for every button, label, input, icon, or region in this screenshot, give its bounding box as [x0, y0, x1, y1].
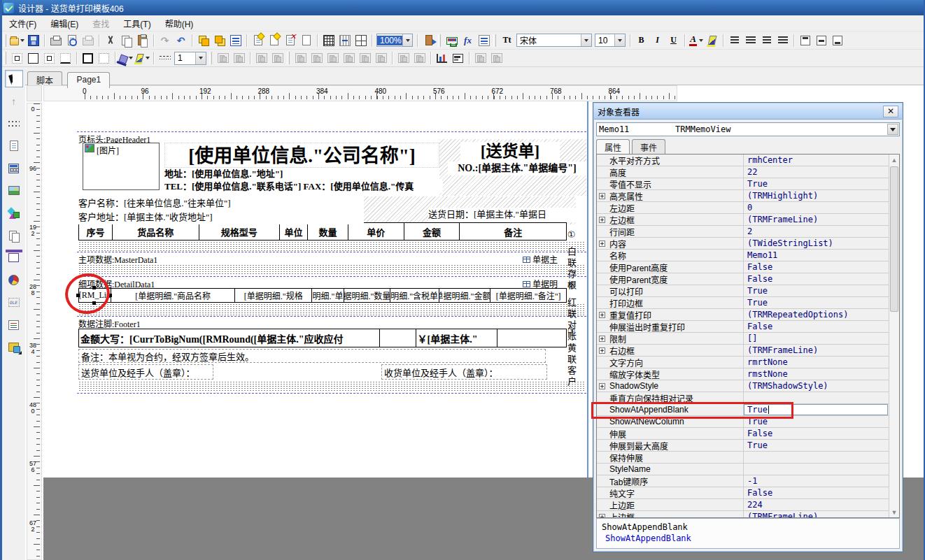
multi-memo-tool-button[interactable]: [5, 227, 23, 244]
prop-row[interactable]: 伸展 False: [597, 428, 899, 440]
prop-value[interactable]: True: [744, 178, 888, 189]
prop-value[interactable]: Memo11: [744, 250, 888, 261]
object-list-button[interactable]: [227, 33, 243, 48]
remark-field[interactable]: 备注：本单视为合约，经双方签章后生效。: [78, 349, 546, 363]
prop-row[interactable]: 使用Parent宽度 False: [597, 273, 899, 285]
prop-row[interactable]: 缩放字体类型 rmstNone: [597, 368, 899, 380]
prop-value[interactable]: [744, 452, 888, 463]
align-right-button[interactable]: [758, 33, 775, 48]
prop-row[interactable]: ShadowStyle (TRMShadowStyle): [597, 380, 899, 392]
toolbar-grip[interactable]: [493, 34, 496, 47]
detail-data-row[interactable]: [RM_Lin[单据明细."商品名称[单据明细."规格明细."单据明细."数量明…: [78, 288, 567, 303]
doc-no-field[interactable]: NO.:[单据主体."单据编号"]: [448, 161, 586, 175]
align-tops-button[interactable]: [341, 50, 357, 66]
align-grid-button[interactable]: [353, 33, 369, 48]
prop-value[interactable]: False: [744, 487, 888, 498]
table-header-cell[interactable]: 数量: [308, 223, 348, 240]
prop-row[interactable]: 打印边框 True: [597, 297, 899, 309]
snap-grid-button[interactable]: [337, 33, 353, 48]
expand-icon[interactable]: [599, 383, 605, 389]
prop-row[interactable]: 使用Parent高度 False: [597, 261, 899, 273]
chart-table-button[interactable]: [450, 50, 466, 66]
copy-button[interactable]: [118, 33, 134, 48]
toolbar-grip[interactable]: [3, 34, 6, 47]
table-header-cell[interactable]: 序号: [79, 223, 113, 240]
prop-value[interactable]: (TRMRepeatedOptions): [744, 309, 888, 320]
align-justify-button[interactable]: [775, 33, 791, 48]
align-center-button[interactable]: [742, 33, 758, 48]
font-name-dropdown-icon[interactable]: [581, 34, 591, 46]
prop-row[interactable]: 可以打印 True: [597, 285, 899, 297]
line-width-dropdown-icon[interactable]: [195, 52, 206, 64]
menu-item[interactable]: 工具(T): [116, 15, 157, 31]
prop-row[interactable]: 上边距 224: [597, 499, 899, 511]
bring-to-front-button[interactable]: [195, 33, 211, 48]
cut-button[interactable]: [102, 33, 118, 48]
expand-icon[interactable]: [599, 336, 605, 342]
amount-row[interactable]: 金额大写：[CurrToBigNum([RMRound([单据主体."应收应付￥…: [78, 329, 567, 347]
prop-row[interactable]: StyleName: [597, 464, 899, 475]
prop-value[interactable]: []: [744, 333, 888, 344]
frame-outline-button[interactable]: [9, 50, 25, 66]
prop-row[interactable]: Tab键顺序 -1: [597, 475, 899, 487]
tab-properties[interactable]: 属性: [596, 139, 630, 154]
align-left-button[interactable]: [726, 33, 742, 48]
report-page[interactable]: 页标头:PageHeader1 [图片] [使用单位信息."公司名称"] 地址：…: [59, 101, 586, 478]
tel-fax-field[interactable]: TEL：[使用单位信息."联系电话"] FAX：[使用单位信息."传真: [164, 180, 443, 193]
expand-icon[interactable]: [599, 347, 605, 354]
font-size-combo[interactable]: 10: [595, 34, 626, 47]
undo-button[interactable]: ↶: [173, 33, 189, 48]
prop-row[interactable]: 零值不显示 True: [597, 178, 899, 190]
delete-page-button[interactable]: [282, 33, 298, 48]
scroll-up-icon[interactable]: ▲: [889, 155, 899, 165]
menu-item[interactable]: 查找: [85, 15, 116, 31]
inspector-scrollbar[interactable]: ▲ ▼: [889, 155, 899, 517]
address-field[interactable]: 地址：[使用单位信息."地址"]: [164, 168, 388, 180]
detail-cell[interactable]: 明细."单: [312, 289, 344, 302]
frame-none-button[interactable]: [96, 50, 112, 66]
prop-value[interactable]: True: [744, 285, 888, 296]
prop-row[interactable]: 高度 22: [597, 166, 899, 178]
prop-value[interactable]: rmstNone: [744, 368, 888, 380]
detail-cell[interactable]: [单据明细."商品名称: [111, 289, 235, 302]
table-header-cell[interactable]: 单位: [280, 223, 308, 240]
show-grid-button[interactable]: [320, 33, 337, 48]
frame-thick-button[interactable]: [80, 50, 96, 66]
prop-value[interactable]: (TRMHighlight): [744, 190, 888, 201]
prop-value[interactable]: -1: [744, 475, 888, 487]
logo-image-placeholder[interactable]: [图片]: [83, 143, 160, 190]
prop-row[interactable]: 伸展溢出时重复打印 False: [597, 321, 899, 333]
toolbar-grip[interactable]: [287, 52, 290, 64]
font-dialog-button[interactable]: Tt: [499, 33, 515, 48]
toolbar-grip[interactable]: [209, 52, 212, 64]
shape-tool-button[interactable]: [5, 204, 23, 222]
data-dictionary-button[interactable]: [444, 33, 460, 48]
prop-row[interactable]: 上边框 (TRMFrameLine): [597, 511, 899, 518]
valign-top-button[interactable]: [797, 33, 813, 48]
table-header-cell[interactable]: 规格型号: [199, 223, 281, 240]
amount-cell[interactable]: ￥[单据主体.": [416, 329, 498, 347]
object-selector-combo[interactable]: Memo11 TRMMemoView: [596, 122, 900, 136]
sign-right-field[interactable]: 收货单位及经手人（盖章）：: [381, 364, 547, 380]
size-width-button[interactable]: [253, 50, 269, 66]
detail-cell[interactable]: 据明细."数量: [344, 289, 390, 302]
amount-cell[interactable]: [380, 329, 416, 347]
prop-row[interactable]: 左边框 (TRMFrameLine): [597, 214, 899, 226]
detail-table-header[interactable]: 序号货品名称规格型号单位数量单价金额备注: [78, 222, 567, 240]
hand-tool-button[interactable]: ↑: [5, 92, 23, 110]
space-horizontal-button[interactable]: [395, 50, 411, 66]
prop-value[interactable]: True: [744, 297, 888, 308]
expand-icon[interactable]: [599, 312, 605, 318]
close-icon[interactable]: ✕: [883, 106, 898, 117]
prop-value[interactable]: 224: [744, 499, 888, 510]
inspector-title-bar[interactable]: 对象查看器 ✕: [594, 103, 902, 120]
prop-value[interactable]: rmhCenter: [744, 155, 888, 166]
memo-editor-button[interactable]: [476, 33, 492, 48]
group-button[interactable]: [215, 50, 231, 66]
space-vertical-button[interactable]: [411, 50, 428, 66]
ungroup-button[interactable]: [231, 50, 247, 66]
menu-item[interactable]: 文件(F): [2, 15, 43, 31]
prop-value[interactable]: (TWideStringList): [744, 238, 888, 249]
prop-value[interactable]: 2: [744, 226, 888, 237]
align-middles-button[interactable]: [357, 50, 373, 66]
